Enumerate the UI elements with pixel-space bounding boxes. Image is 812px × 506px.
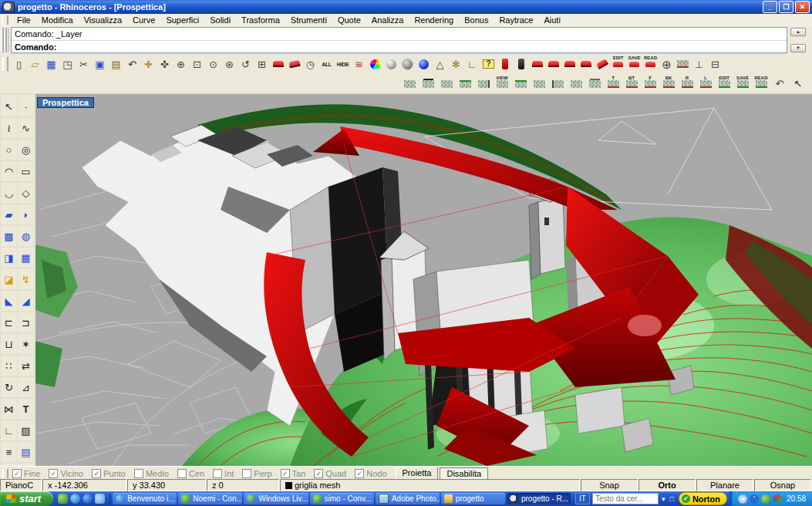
osnap-checkbox[interactable]: Fine <box>12 469 40 478</box>
curve-polyline-icon[interactable]: ≀ <box>0 117 18 139</box>
options-gear-icon[interactable]: ✻ <box>448 56 464 73</box>
export-icon[interactable]: ◳ <box>59 56 76 73</box>
viewport-prospettica[interactable]: Prospettica <box>35 94 812 466</box>
task-button[interactable]: progetto - R... <box>507 493 571 504</box>
ellipse-icon[interactable]: ◎ <box>17 139 35 160</box>
search-go-icon[interactable]: □ <box>668 495 675 503</box>
project-button[interactable]: Proietta <box>396 467 439 480</box>
solid-box-icon[interactable]: ▩ <box>0 225 18 247</box>
pan-icon[interactable]: ✚ <box>140 56 157 73</box>
layers-icon[interactable]: ▤ <box>17 441 35 463</box>
checkbox-icon[interactable] <box>177 469 187 478</box>
polygon-icon[interactable]: ◇ <box>17 182 35 204</box>
paste-icon[interactable]: ▤ <box>108 56 124 73</box>
menu-item[interactable]: Rendering <box>409 15 459 25</box>
checkbox-icon[interactable] <box>355 469 364 478</box>
explode-icon[interactable]: ✶ <box>17 333 35 355</box>
quicklaunch-msn-icon[interactable] <box>58 494 68 504</box>
osnap-checkbox[interactable]: Vicino <box>49 469 83 478</box>
render-sphere-checker-icon[interactable] <box>399 56 416 73</box>
quicklaunch-mediaplayer-icon[interactable] <box>83 494 93 504</box>
car-spin-icon[interactable] <box>594 56 610 73</box>
show-all-icon[interactable]: ALL <box>318 56 335 73</box>
orient-car-icon[interactable] <box>286 56 302 73</box>
layer-cell[interactable]: griglia mesh <box>280 479 580 491</box>
command-prompt-line[interactable]: Comando: <box>12 41 787 54</box>
move-icon[interactable]: ⇄ <box>17 355 35 376</box>
tray-messenger-icon[interactable] <box>761 494 770 504</box>
car-2-icon[interactable] <box>545 56 561 73</box>
layer-waves-icon[interactable]: ≋ <box>351 56 367 73</box>
cplane-bottom-icon[interactable]: BT <box>622 76 641 93</box>
cplane-z-icon[interactable] <box>419 76 437 93</box>
battery-red-icon[interactable] <box>497 56 513 73</box>
tray-hidden-icons-icon[interactable]: ◂ <box>738 494 747 504</box>
menu-item[interactable]: Visualizza <box>79 15 127 25</box>
arc-icon[interactable]: ◠ <box>0 160 18 182</box>
text-icon[interactable]: T <box>17 398 35 420</box>
cplane-world-icon[interactable] <box>400 76 419 93</box>
copy-icon[interactable]: ▣ <box>92 56 108 73</box>
car-1-icon[interactable] <box>529 56 545 73</box>
checkbox-icon[interactable] <box>281 469 290 478</box>
menu-item[interactable]: Modifica <box>36 15 79 25</box>
restore-button[interactable]: ❐ <box>779 1 793 13</box>
menu-item[interactable]: Analizza <box>366 15 409 25</box>
cplane-right-icon[interactable]: R <box>678 76 696 93</box>
chamfer-icon[interactable]: ◢ <box>17 290 35 312</box>
battery-dark-icon[interactable] <box>513 56 529 73</box>
checkbox-icon[interactable] <box>242 469 251 478</box>
osnap-checkbox[interactable]: Quad <box>314 469 346 478</box>
point-icon[interactable]: ∙ <box>17 96 35 117</box>
status-pane[interactable]: Osnap <box>754 479 811 491</box>
cut-icon[interactable]: ✂ <box>76 56 92 73</box>
osnap-checkbox[interactable]: Int <box>213 469 234 478</box>
color-wheel-icon[interactable] <box>367 56 383 73</box>
task-button[interactable]: Adobe Photo... <box>376 493 440 504</box>
task-button[interactable]: simo - Conv... <box>310 493 374 504</box>
move-car-icon[interactable] <box>270 56 286 73</box>
cplane-front-icon[interactable]: F <box>641 76 659 93</box>
cplane-rotate-icon[interactable] <box>474 76 493 93</box>
cplane-top-icon[interactable]: T <box>604 76 622 93</box>
split-icon[interactable]: ⊐ <box>17 312 35 333</box>
viewport-layout-icon[interactable]: ⊞ <box>254 56 270 73</box>
curve-edit-icon[interactable]: ◡ <box>0 182 18 204</box>
extrude-icon[interactable]: ◨ <box>0 247 18 268</box>
dimension-tool-icon[interactable]: ∟ <box>0 420 18 441</box>
command-scroll-up[interactable]: ▲ <box>790 28 806 36</box>
cplane-select-icon[interactable]: ↖ <box>789 76 807 93</box>
checkbox-icon[interactable] <box>92 469 101 478</box>
osnap-checkbox[interactable]: Cen <box>177 469 204 478</box>
osnap-checkbox[interactable]: Medio <box>134 469 169 478</box>
cplane-surface-icon[interactable] <box>530 76 548 93</box>
disable-button[interactable]: Disabilita <box>440 467 488 480</box>
menu-item[interactable]: File <box>12 15 36 25</box>
command-grip[interactable] <box>1 28 8 52</box>
quicklaunch-ie-icon[interactable] <box>70 494 80 504</box>
spotlight-icon[interactable]: △ <box>432 56 448 73</box>
save-car-icon[interactable]: SAVE <box>626 56 642 73</box>
select-arrow-icon[interactable]: ↖ <box>0 96 18 117</box>
task-button[interactable]: Noemi - Con... <box>178 493 242 504</box>
rotate-view-icon[interactable]: ✜ <box>157 56 173 73</box>
mirror-icon[interactable]: ⋈ <box>0 398 18 420</box>
mesh-icon[interactable]: ▦ <box>17 247 35 268</box>
task-button[interactable]: progetto <box>441 493 505 504</box>
status-pane[interactable]: Snap <box>581 479 638 491</box>
circle-icon[interactable]: ○ <box>0 139 18 160</box>
new-file-icon[interactable]: ▯ <box>11 56 27 73</box>
osnap-checkbox[interactable]: Punto <box>92 469 126 478</box>
search-dropdown-icon[interactable]: ▾ <box>660 495 667 503</box>
lightning-icon[interactable]: ↯ <box>17 268 35 290</box>
car-4-icon[interactable] <box>578 56 594 73</box>
cplane-view-icon[interactable]: VIEW <box>493 76 511 93</box>
osnap-checkbox[interactable]: Perp <box>242 469 271 478</box>
edit-car-icon[interactable]: EDIT <box>610 56 626 73</box>
checkbox-icon[interactable] <box>49 469 58 478</box>
language-indicator[interactable]: IT <box>575 493 590 504</box>
hide-icon[interactable]: HIDE <box>335 56 351 73</box>
task-button[interactable]: Benvenuto i... <box>113 493 177 504</box>
menu-item[interactable]: Raytrace <box>494 15 538 25</box>
menu-item[interactable]: Solidi <box>204 15 236 25</box>
